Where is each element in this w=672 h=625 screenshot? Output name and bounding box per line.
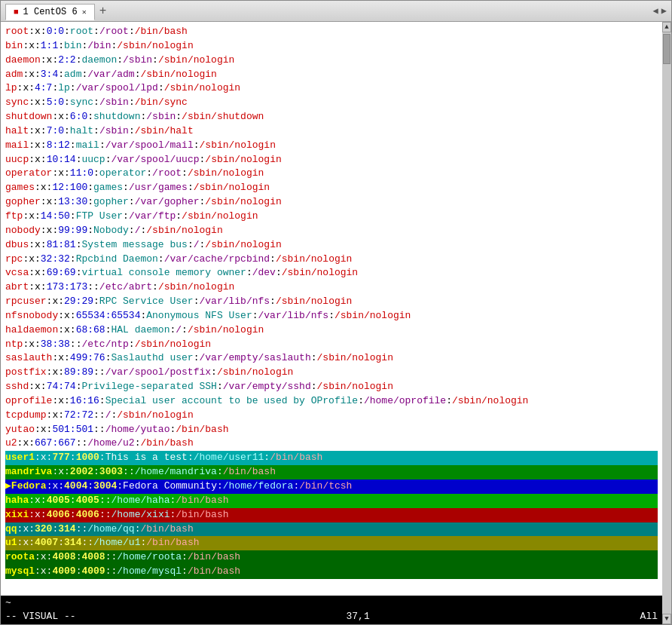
line-user1: user1:x:777:1000:This is a test:/home/us…	[5, 451, 658, 465]
vim-mode: -- VISUAL --	[5, 611, 76, 622]
line-13: gopher:x:13:30:gopher:/var/gopher:/sbin/…	[5, 195, 658, 210]
line-3: daemon:x:2:2:daemon:/sbin:/sbin/nologin	[5, 54, 658, 68]
output-area: root:x:0:0:root:/root:/bin/bash bin:x:1:…	[1, 22, 662, 596]
titlebar: ■ 1 CentOS 6 ✕ + ◀ ▶	[1, 1, 671, 22]
tab-close-button[interactable]: ✕	[82, 8, 87, 17]
line-11: operator:x:11:0:operator:/root:/sbin/nol…	[5, 167, 658, 181]
tab-label: 1 CentOS 6	[23, 7, 78, 17]
line-17: rpc:x:32:32:Rpcbind Daemon:/var/cache/rp…	[5, 253, 658, 267]
cursor-position: 37,1	[347, 611, 370, 622]
line-u1: u1:x:4007:314::/home/u1:/bin/bash	[5, 536, 658, 550]
line-26: sshd:x:74:74:Privilege-separated SSH:/va…	[5, 380, 658, 394]
line-30: u2:x:667:667::/home/u2:/bin/bash	[5, 437, 658, 451]
line-haha: haha:x:4005:4005::/home/haha:/bin/bash	[5, 494, 658, 508]
scrollbar[interactable]: ▲ ▼	[662, 22, 671, 624]
line-22: haldaemon:x:68:68:HAL daemon:/:/sbin/nol…	[5, 323, 658, 338]
line-2: bin:x:1:1:bin:/bin:/sbin/nologin	[5, 39, 658, 54]
line-mysql: mysql:x:4009:4009::/home/mysql:/bin/bash	[5, 565, 658, 579]
line-15: nobody:x:99:99:Nobody:/:/sbin/nologin	[5, 224, 658, 238]
line-qq: qq:x:320:314::/home/qq:/bin/bash	[5, 522, 658, 537]
scrollbar-up-button[interactable]: ▲	[662, 22, 671, 32]
statusbar: ~ -- VISUAL -- 37,1 All	[1, 596, 662, 624]
tab-icon: ■	[14, 8, 19, 17]
line-4: adm:x:3:4:adm:/var/adm:/sbin/nologin	[5, 68, 658, 82]
statusbar-bottom: -- VISUAL -- 37,1 All	[1, 611, 662, 622]
line-24: saslauth:x:499:76:Saslauthd user:/var/em…	[5, 351, 658, 366]
line-9: mail:x:8:12:mail:/var/spool/mail:/sbin/n…	[5, 139, 658, 153]
line-xixi: xixi:x:4006:4006::/home/xixi:/bin/bash	[5, 508, 658, 522]
prev-arrow[interactable]: ◀	[653, 5, 658, 17]
active-tab[interactable]: ■ 1 CentOS 6 ✕	[5, 4, 95, 20]
line-7: shutdown:x:6:0:shutdown:/sbin:/sbin/shut…	[5, 110, 658, 124]
line-12: games:x:12:100:games:/usr/games:/sbin/no…	[5, 181, 658, 195]
line-27: oprofile:x:16:16:Special user account to…	[5, 394, 658, 409]
scroll-position: All	[640, 611, 658, 622]
scrollbar-down-button[interactable]: ▼	[662, 614, 671, 624]
terminal-window: ■ 1 CentOS 6 ✕ + ◀ ▶ root:x:0:0:root:/ro…	[0, 0, 672, 625]
terminal-scroll-area: root:x:0:0:root:/root:/bin/bash bin:x:1:…	[1, 22, 671, 624]
line-5: lp:x:4:7:lp:/var/spool/lpd:/sbin/nologin	[5, 81, 658, 96]
line-1: root:x:0:0:root:/root:/bin/bash	[5, 25, 658, 39]
terminal-output[interactable]: root:x:0:0:root:/root:/bin/bash bin:x:1:…	[1, 22, 662, 624]
line-10: uucp:x:10:14:uucp:/var/spool/uucp:/sbin/…	[5, 153, 658, 167]
line-19: abrt:x:173:173::/etc/abrt:/sbin/nologin	[5, 280, 658, 295]
line-20: rpcuser:x:29:29:RPC Service User:/var/li…	[5, 295, 658, 309]
line-16: dbus:x:81:81:System message bus:/:/sbin/…	[5, 238, 658, 253]
line-29: yutao:x:501:501::/home/yutao:/bin/bash	[5, 423, 658, 437]
black-bg-section: user1:x:777:1000:This is a test:/home/us…	[5, 451, 658, 579]
new-tab-button[interactable]: +	[99, 5, 107, 17]
line-28: tcpdump:x:72:72::/:/sbin/nologin	[5, 409, 658, 423]
line-6: sync:x:5:0:sync:/sbin:/bin/sync	[5, 96, 658, 110]
next-arrow[interactable]: ▶	[661, 5, 667, 17]
line-23: ntp:x:38:38::/etc/ntp:/sbin/nologin	[5, 338, 658, 352]
nav-arrows: ◀ ▶	[653, 5, 667, 17]
line-fedora: ▶Fedora:x:4004:3004:Fedora Community:/ho…	[5, 479, 658, 494]
line-8: halt:x:7:0:halt:/sbin:/sbin/halt	[5, 124, 658, 139]
line-mandriva: mandriva:x:2002:3003::/home/mandriva:/bi…	[5, 465, 658, 479]
line-roota: roota:x:4008:4008::/home/roota:/bin/bash	[5, 550, 658, 565]
line-25: postfix:x:89:89::/var/spool/postfix:/sbi…	[5, 366, 658, 380]
line-14: ftp:x:14:50:FTP User:/var/ftp:/sbin/nolo…	[5, 210, 658, 224]
line-21: nfsnobody:x:65534:65534:Anonymous NFS Us…	[5, 309, 658, 323]
scrollbar-thumb[interactable]	[663, 34, 670, 64]
line-18: vcsa:x:69:69:virtual console memory owne…	[5, 266, 658, 280]
statusbar-tilde: ~	[1, 596, 662, 611]
